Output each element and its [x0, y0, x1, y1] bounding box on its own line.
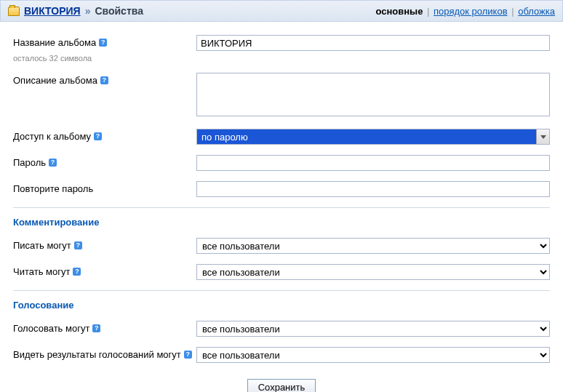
breadcrumb-separator: »: [85, 5, 91, 17]
label-album-name: Название альбома: [13, 37, 96, 48]
help-icon[interactable]: ?: [184, 351, 192, 359]
results-select[interactable]: все пользователи: [196, 347, 550, 363]
label-access: Доступ к альбому: [13, 131, 91, 142]
password-repeat-input[interactable]: [196, 181, 550, 197]
tabs: основные | порядок роликов | обложка: [375, 6, 555, 17]
label-password: Пароль: [13, 157, 46, 168]
help-icon[interactable]: ?: [99, 39, 107, 47]
label-password-repeat: Повторите пароль: [13, 183, 93, 194]
label-read: Читать могут: [13, 266, 70, 277]
album-title-link[interactable]: ВИКТОРИЯ: [24, 5, 81, 17]
label-vote: Голосовать могут: [13, 323, 89, 334]
help-icon[interactable]: ?: [73, 268, 81, 276]
chevron-down-icon: [536, 129, 549, 144]
chars-left-hint: осталось 32 символа: [13, 54, 550, 63]
folder-icon: [8, 7, 20, 16]
label-results: Видеть результаты голосований могут: [13, 349, 181, 360]
section-voting: Голосование: [13, 290, 550, 311]
tab-cover[interactable]: обложка: [518, 6, 555, 17]
label-write: Писать могут: [13, 240, 71, 251]
vote-select[interactable]: все пользователи: [196, 321, 550, 337]
password-input[interactable]: [196, 155, 550, 171]
section-commenting: Комментирование: [13, 207, 550, 228]
save-button[interactable]: Сохранить: [247, 379, 316, 392]
breadcrumb: ВИКТОРИЯ » Свойства: [8, 5, 143, 17]
album-desc-input[interactable]: [196, 73, 550, 116]
access-select-value: по паролю: [197, 129, 536, 144]
tab-main: основные: [375, 6, 423, 17]
help-icon[interactable]: ?: [74, 241, 82, 249]
label-album-desc: Описание альбома: [13, 75, 97, 86]
help-icon[interactable]: ?: [92, 324, 100, 332]
header-bar: ВИКТОРИЯ » Свойства основные | порядок р…: [0, 0, 563, 22]
tab-order[interactable]: порядок роликов: [434, 6, 508, 17]
read-select[interactable]: все пользователи: [196, 264, 550, 280]
help-icon[interactable]: ?: [100, 76, 108, 84]
album-name-input[interactable]: [196, 35, 550, 51]
access-select[interactable]: по паролю: [196, 129, 550, 145]
page-title: Свойства: [95, 5, 143, 17]
write-select[interactable]: все пользователи: [196, 238, 550, 254]
help-icon[interactable]: ?: [94, 132, 102, 140]
help-icon[interactable]: ?: [49, 159, 57, 167]
